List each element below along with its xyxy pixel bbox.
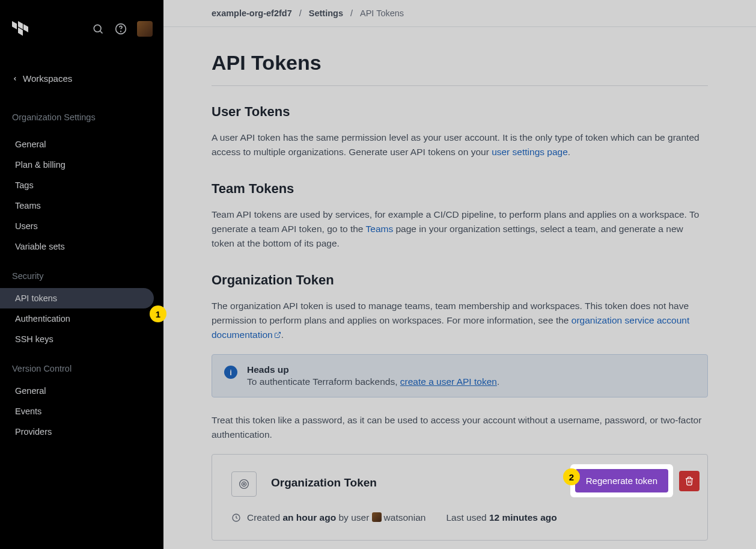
- svg-point-3: [121, 31, 121, 32]
- info-body: To authenticate Terraform backends, crea…: [247, 376, 499, 387]
- delete-token-button[interactable]: [679, 471, 700, 491]
- chevron-left-icon: [12, 76, 18, 82]
- breadcrumb: example-org-ef2fd7 / Settings / API Toke…: [163, 0, 756, 27]
- sidebar-item-vc-events[interactable]: Events: [0, 401, 163, 422]
- svg-point-0: [94, 25, 101, 32]
- sidebar-item-api-tokens[interactable]: API tokens: [0, 288, 154, 308]
- sidebar-item-variable-sets[interactable]: Variable sets: [0, 236, 163, 257]
- info-icon: i: [224, 366, 237, 379]
- breadcrumb-sep: /: [350, 8, 353, 18]
- breadcrumb-org[interactable]: example-org-ef2fd7: [212, 8, 292, 18]
- sidebar-item-tags[interactable]: Tags: [0, 175, 163, 195]
- info-title: Heads up: [247, 364, 499, 375]
- token-icon: [231, 471, 257, 497]
- mini-avatar: [372, 512, 382, 522]
- sidebar-top: [0, 0, 163, 38]
- info-box: i Heads up To authenticate Terraform bac…: [212, 354, 708, 397]
- team-tokens-body: Team API tokens are used by services, fo…: [212, 207, 708, 251]
- user-settings-link[interactable]: user settings page: [492, 147, 568, 157]
- page-title: API Tokens: [212, 51, 708, 75]
- org-token-heading: Organization Token: [212, 272, 708, 288]
- svg-line-4: [277, 333, 281, 336]
- regenerate-highlight: Regenerate token: [570, 464, 673, 497]
- teams-link[interactable]: Teams: [366, 224, 394, 234]
- trash-icon: [684, 476, 694, 486]
- workspaces-back-link[interactable]: Workspaces: [0, 73, 163, 84]
- annotation-badge-1: 1: [150, 305, 166, 322]
- regenerate-token-button[interactable]: Regenerate token: [575, 469, 668, 492]
- sidebar-item-vc-providers[interactable]: Providers: [0, 422, 163, 442]
- sidebar-item-ssh-keys[interactable]: SSH keys: [0, 329, 163, 349]
- search-icon[interactable]: [91, 22, 105, 35]
- token-card-title: Organization Token: [271, 471, 377, 489]
- nav-group-vc-title: Version Control: [0, 364, 163, 373]
- create-user-token-link[interactable]: create a user API token: [400, 376, 497, 387]
- breadcrumb-sep: /: [299, 8, 302, 18]
- token-actions: Regenerate token: [570, 464, 700, 497]
- annotation-badge-2: 2: [563, 468, 580, 485]
- nav-group-security-title: Security: [0, 271, 163, 281]
- sidebar-item-general[interactable]: General: [0, 134, 163, 155]
- avatar[interactable]: [137, 21, 153, 37]
- org-settings-title: Organization Settings: [0, 112, 163, 122]
- top-icons: [91, 21, 153, 37]
- sidebar-item-vc-general[interactable]: General: [0, 381, 163, 401]
- token-meta: Created an hour ago by user watsonian La…: [231, 512, 688, 523]
- external-link-icon: [274, 331, 281, 339]
- sidebar-item-teams[interactable]: Teams: [0, 195, 163, 216]
- svg-point-7: [243, 483, 245, 485]
- sidebar: Workspaces Organization Settings General…: [0, 0, 163, 549]
- org-token-body: The organization API token is used to ma…: [212, 299, 708, 342]
- nav-group-1: API tokens Authentication SSH keys: [0, 288, 163, 349]
- svg-line-1: [100, 31, 103, 34]
- org-token-warn: Treat this token like a password, as it …: [212, 413, 708, 442]
- user-tokens-body: A user API token has the same permission…: [212, 130, 708, 159]
- clock-icon: [231, 513, 241, 523]
- sidebar-item-authentication[interactable]: Authentication: [0, 308, 163, 329]
- sidebar-item-plan-billing[interactable]: Plan & billing: [0, 155, 163, 175]
- terraform-logo: [11, 19, 30, 38]
- breadcrumb-settings[interactable]: Settings: [309, 8, 343, 18]
- help-icon[interactable]: [114, 22, 127, 35]
- nav-group-0: General Plan & billing Tags Teams Users …: [0, 134, 163, 257]
- workspaces-label: Workspaces: [23, 73, 72, 84]
- nav-group-2: General Events Providers: [0, 381, 163, 442]
- user-tokens-heading: User Tokens: [212, 104, 708, 120]
- divider: [212, 85, 708, 86]
- breadcrumb-leaf: API Tokens: [360, 8, 404, 18]
- team-tokens-heading: Team Tokens: [212, 181, 708, 197]
- sidebar-item-users[interactable]: Users: [0, 216, 163, 236]
